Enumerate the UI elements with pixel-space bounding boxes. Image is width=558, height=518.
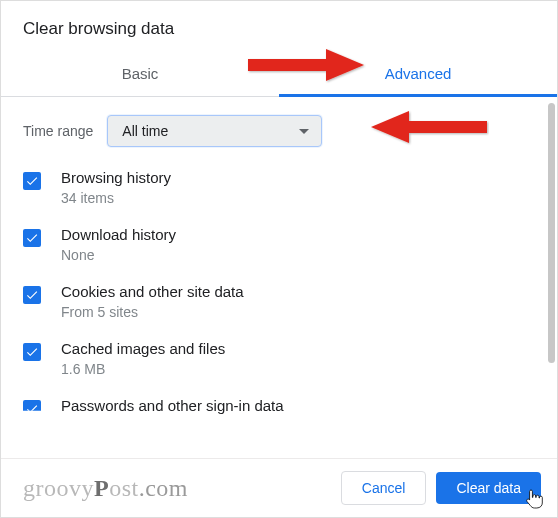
timerange-value: All time [122,123,168,139]
footer: groovyPost.com Cancel Clear data [1,458,557,517]
dialog-title: Clear browsing data [1,1,557,53]
item-label: Cookies and other site data [61,283,244,300]
item-sub: 1.6 MB [61,361,225,377]
chevron-down-icon [299,129,309,134]
item-label: Browsing history [61,169,171,186]
check-icon [25,402,39,416]
list-item: Download history None [23,226,547,263]
checkbox-passwords[interactable] [23,400,41,418]
timerange-row: Time range All time [23,115,547,147]
item-sub: From 5 sites [61,304,244,320]
timerange-select[interactable]: All time [107,115,322,147]
clear-data-label: Clear data [456,480,521,496]
checkbox-cached-images[interactable] [23,343,41,361]
clear-data-button[interactable]: Clear data [436,472,541,504]
list-item: Cookies and other site data From 5 sites [23,283,547,320]
item-sub: None [61,247,176,263]
tab-advanced[interactable]: Advanced [279,53,557,96]
checkbox-download-history[interactable] [23,229,41,247]
cancel-button[interactable]: Cancel [341,471,427,505]
checkbox-browsing-history[interactable] [23,172,41,190]
check-icon [25,288,39,302]
tabs: Basic Advanced [1,53,557,97]
tab-basic[interactable]: Basic [1,53,279,96]
watermark: groovyPost.com [23,475,188,502]
item-label: Download history [61,226,176,243]
item-label: Cached images and files [61,340,225,357]
item-sub: 34 items [61,190,171,206]
list-item: Browsing history 34 items [23,169,547,206]
list-item: Passwords and other sign-in data [23,397,547,418]
pointer-cursor-icon [525,488,545,510]
timerange-label: Time range [23,123,93,139]
check-icon [25,345,39,359]
dialog-content: Time range All time Browsing history 34 … [1,97,557,427]
scrollbar[interactable] [548,103,555,363]
item-label: Passwords and other sign-in data [61,397,284,414]
check-icon [25,174,39,188]
list-item: Cached images and files 1.6 MB [23,340,547,377]
check-icon [25,231,39,245]
checkbox-cookies[interactable] [23,286,41,304]
